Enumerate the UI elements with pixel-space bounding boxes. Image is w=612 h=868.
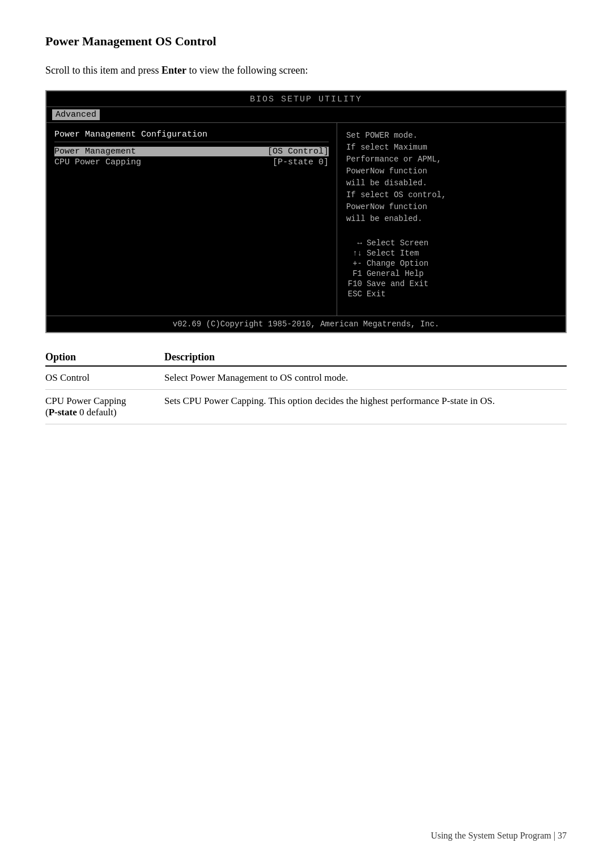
desc-cpu-power-capping: Sets CPU Power Capping. This option deci… <box>164 390 567 424</box>
option-os-control: OS Control <box>45 366 164 390</box>
bios-right-panel: Set POWER mode. If select Maximum Perfor… <box>337 123 566 316</box>
bios-row-cpu-power-capping[interactable]: CPU Power Capping [P-state 0] <box>54 158 329 167</box>
bios-key-select-item: ↑↓ Select Item <box>346 249 556 258</box>
bios-row-value-cpu: [P-state 0] <box>273 158 329 167</box>
bios-left-panel: Power Management Configuration Power Man… <box>46 123 337 316</box>
col-header-option: Option <box>45 349 164 366</box>
options-table: Option Description OS Control Select Pow… <box>45 349 567 424</box>
bios-row-power-management[interactable]: Power Management [OS Control] <box>54 147 329 156</box>
bios-body: Power Management Configuration Power Man… <box>46 123 566 316</box>
bios-help-text: Set POWER mode. If select Maximum Perfor… <box>346 130 556 225</box>
desc-os-control: Select Power Management to OS control mo… <box>164 366 567 390</box>
bios-nav: Advanced <box>46 107 566 123</box>
bios-row-label-cpu: CPU Power Capping <box>54 158 141 167</box>
bios-key-select-screen: ↔ Select Screen <box>346 239 556 248</box>
table-row: OS Control Select Power Management to OS… <box>45 366 567 390</box>
bios-keys: ↔ Select Screen ↑↓ Select Item +- Change… <box>346 239 556 299</box>
bios-row-value-pm: [OS Control] <box>267 147 329 156</box>
bios-key-change-option: +- Change Option <box>346 259 556 268</box>
bios-row-label-pm: Power Management <box>54 147 136 156</box>
col-header-description: Description <box>164 349 567 366</box>
bios-key-f1: F1 General Help <box>346 269 556 278</box>
page-title: Power Management OS Control <box>45 34 567 49</box>
bios-key-f10: F10 Save and Exit <box>346 279 556 288</box>
intro-text: Scroll to this item and press Enter to v… <box>45 65 567 76</box>
bios-screen: BIOS SETUP UTILITY Advanced Power Manage… <box>45 90 567 333</box>
bios-key-esc: ESC Exit <box>346 290 556 299</box>
table-row: CPU Power Capping (P-state 0 default) Se… <box>45 390 567 424</box>
bios-footer: v02.69 (C)Copyright 1985-2010, American … <box>46 316 566 332</box>
bios-nav-advanced[interactable]: Advanced <box>52 109 100 120</box>
bios-titlebar: BIOS SETUP UTILITY <box>46 91 566 107</box>
bios-section-title: Power Management Configuration <box>54 130 329 142</box>
option-cpu-power-capping: CPU Power Capping (P-state 0 default) <box>45 390 164 424</box>
page-footer: Using the System Setup Program | 37 <box>431 831 567 841</box>
